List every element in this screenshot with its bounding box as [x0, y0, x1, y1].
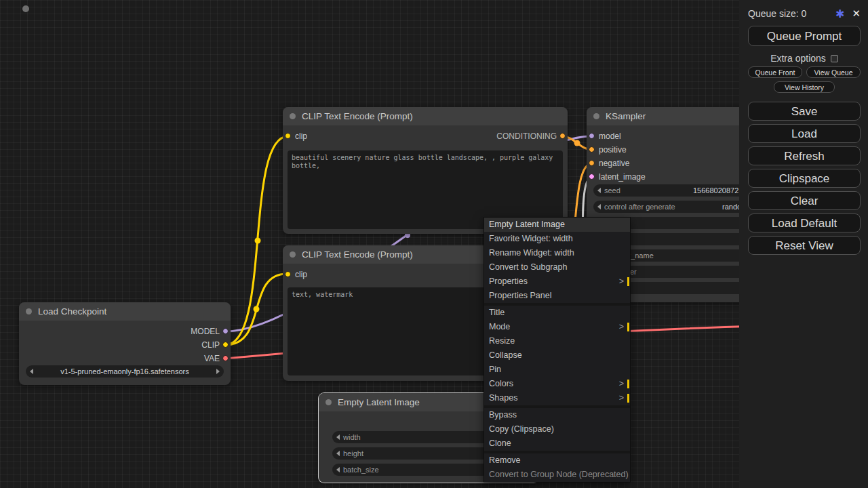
widget-label: height: [343, 449, 363, 458]
queue-prompt-button[interactable]: Queue Prompt: [748, 26, 861, 46]
context-menu-item-pin[interactable]: Pin: [484, 363, 630, 377]
input-port-clip[interactable]: [285, 271, 291, 277]
extra-options-label: Extra options: [770, 53, 826, 64]
reset-view-button[interactable]: Reset View: [748, 236, 861, 255]
context-menu-item-bypass[interactable]: Bypass: [484, 408, 630, 422]
context-menu-item-clone[interactable]: Clone: [484, 436, 630, 451]
input-port-positive[interactable]: [589, 146, 595, 152]
combo-next-icon[interactable]: [216, 369, 220, 374]
input-label-clip: clip: [295, 269, 307, 280]
output-port-vae[interactable]: [222, 355, 229, 361]
load-default-button[interactable]: Load Default: [748, 214, 861, 232]
node-context-menu: Empty Latent Image Favorite Widget: widt…: [484, 217, 631, 483]
input-port-latent-image[interactable]: [589, 174, 595, 180]
output-port-conditioning[interactable]: [559, 133, 566, 139]
node-status-dot: [593, 113, 599, 119]
combo-prev-icon[interactable]: [30, 369, 33, 374]
input-port-negative[interactable]: [589, 160, 595, 166]
decrement-icon[interactable]: [336, 467, 340, 472]
submenu-arrow-icon: >: [619, 274, 624, 289]
collapsed-node-dot[interactable]: [22, 5, 29, 12]
context-menu-item-convert-to-group-node[interactable]: Convert to Group Node (Deprecated): [484, 468, 630, 482]
node-title: Empty Latent Image: [338, 397, 420, 407]
context-menu-item-rename-widget[interactable]: Rename Widget: width: [484, 246, 630, 260]
decrement-icon[interactable]: [597, 188, 601, 193]
input-label-latent-image: latent_image: [599, 171, 646, 182]
output-label-model: MODEL: [191, 326, 220, 337]
context-menu-item-properties-panel[interactable]: Properties Panel: [484, 289, 630, 303]
submenu-marker: [627, 394, 629, 403]
input-port-model[interactable]: [589, 133, 595, 139]
ckpt-name-combo[interactable]: v1-5-pruned-emaonly-fp16.safetensors: [26, 365, 224, 378]
link-dot-clip-1: [255, 238, 261, 244]
node-load-checkpoint[interactable]: Load Checkpoint MODEL CLIP VAE v1-5-prun…: [19, 302, 231, 385]
node-status-dot: [290, 251, 296, 258]
settings-gear-icon[interactable]: ✱: [835, 7, 844, 20]
input-label-model: model: [599, 131, 621, 142]
input-label-positive: positive: [599, 144, 627, 155]
output-label-clip: CLIP: [201, 340, 220, 350]
extra-options-checkbox[interactable]: [831, 55, 838, 62]
context-menu-item-collapse[interactable]: Collapse: [484, 348, 630, 363]
context-menu-item-remove[interactable]: Remove: [484, 453, 630, 468]
submenu-arrow-icon: >: [619, 391, 624, 405]
widget-value: 15668020872: [693, 186, 738, 195]
widget-label: batch_size: [343, 466, 379, 474]
context-menu-item-properties[interactable]: Properties>: [484, 274, 630, 289]
decrement-icon[interactable]: [597, 204, 601, 209]
node-header[interactable]: CLIP Text Encode (Prompt): [283, 107, 568, 125]
queue-size-label: Queue size: 0: [748, 8, 835, 19]
node-title: CLIP Text Encode (Prompt): [302, 111, 413, 121]
node-header[interactable]: Load Checkpoint: [19, 302, 231, 321]
decrement-icon[interactable]: [336, 451, 340, 456]
node-status-dot: [26, 308, 32, 314]
node-clip-text-encode-positive[interactable]: CLIP Text Encode (Prompt) clip CONDITION…: [283, 107, 568, 234]
node-title: Load Checkpoint: [38, 306, 106, 317]
submenu-marker: [627, 323, 629, 331]
submenu-arrow-icon: >: [619, 377, 624, 391]
queue-panel: Queue size: 0 ✱ ✕ Queue Prompt Extra opt…: [739, 0, 868, 488]
clipspace-button[interactable]: Clipspace: [748, 169, 861, 188]
ckpt-name-value: v1-5-pruned-emaonly-fp16.safetensors: [26, 367, 224, 375]
submenu-arrow-icon: >: [619, 320, 624, 334]
save-button[interactable]: Save: [748, 102, 861, 121]
context-menu-item-copy-clipspace[interactable]: Copy (Clipspace): [484, 422, 630, 436]
link-dot-cond: [574, 140, 580, 146]
context-menu-item-title[interactable]: Title: [484, 306, 630, 320]
link-dot-clip-2: [254, 306, 260, 312]
load-button[interactable]: Load: [748, 124, 861, 143]
input-label-negative: negative: [599, 158, 629, 169]
context-menu-item-colors[interactable]: Colors>: [484, 377, 630, 391]
node-title: KSampler: [606, 111, 646, 121]
node-status-dot: [290, 113, 296, 119]
input-label-clip: clip: [295, 131, 307, 142]
queue-front-button[interactable]: Queue Front: [748, 66, 802, 78]
context-menu-title: Empty Latent Image: [484, 218, 630, 232]
widget-label: width: [343, 433, 361, 441]
decrement-icon[interactable]: [336, 434, 340, 440]
widget-label: control after generate: [604, 203, 675, 211]
output-port-clip[interactable]: [222, 342, 229, 348]
widget-label: seed: [604, 186, 620, 195]
clear-button[interactable]: Clear: [748, 191, 861, 210]
context-menu-item-favorite-widget[interactable]: Favorite Widget: width: [484, 232, 630, 246]
output-port-model[interactable]: [222, 328, 229, 334]
view-queue-button[interactable]: View Queue: [806, 66, 861, 78]
context-menu-item-convert-to-subgraph[interactable]: Convert to Subgraph: [484, 260, 630, 274]
node-title: CLIP Text Encode (Prompt): [302, 249, 413, 260]
context-menu-item-shapes[interactable]: Shapes>: [484, 391, 630, 405]
submenu-marker: [627, 380, 629, 388]
output-label-vae: VAE: [204, 353, 220, 364]
refresh-button[interactable]: Refresh: [748, 146, 861, 165]
submenu-marker: [627, 277, 629, 286]
node-status-dot: [326, 399, 332, 405]
output-label-conditioning: CONDITIONING: [496, 131, 557, 142]
view-history-button[interactable]: View History: [774, 81, 835, 93]
close-icon[interactable]: ✕: [852, 7, 861, 20]
context-menu-item-resize[interactable]: Resize: [484, 334, 630, 348]
input-port-clip[interactable]: [285, 133, 291, 139]
context-menu-item-mode[interactable]: Mode>: [484, 320, 630, 334]
